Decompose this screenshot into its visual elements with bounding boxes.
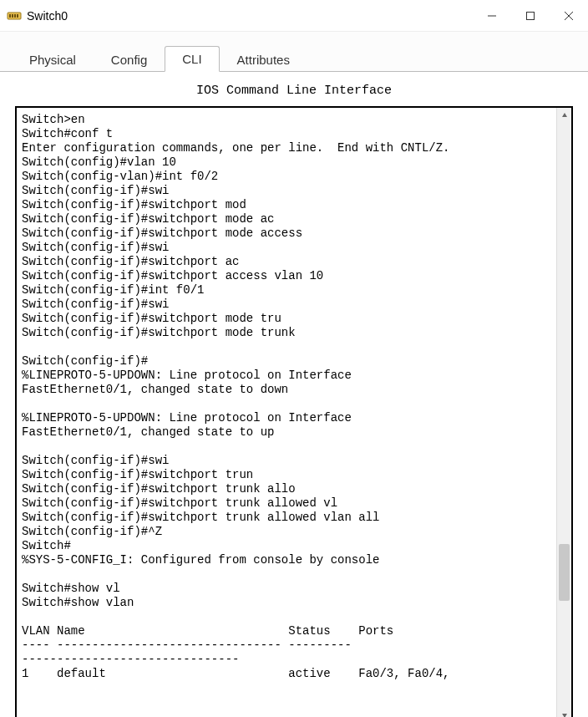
tab-attributes[interactable]: Attributes: [220, 47, 307, 72]
minimize-button[interactable]: [473, 0, 511, 31]
svg-marker-9: [562, 113, 567, 117]
scroll-up-arrow-icon[interactable]: [557, 108, 571, 123]
svg-rect-6: [527, 12, 535, 19]
svg-marker-10: [562, 714, 567, 717]
svg-rect-2: [12, 14, 13, 18]
minimize-icon: [487, 11, 497, 21]
close-button[interactable]: [550, 0, 588, 31]
terminal-container: Switch>en Switch#conf t Enter configurat…: [15, 106, 573, 717]
cli-terminal[interactable]: Switch>en Switch#conf t Enter configurat…: [17, 108, 556, 717]
svg-rect-1: [9, 14, 11, 18]
svg-rect-3: [14, 14, 16, 18]
scrollbar-track[interactable]: [557, 123, 571, 708]
tab-physical[interactable]: Physical: [12, 47, 94, 72]
panel-subtitle: IOS Command Line Interface: [0, 72, 588, 106]
titlebar: Switch0: [0, 0, 588, 32]
switch-device-icon: [7, 8, 22, 23]
tab-config[interactable]: Config: [94, 47, 165, 72]
maximize-icon: [525, 11, 535, 21]
scrollbar-thumb[interactable]: [559, 544, 570, 601]
close-icon: [564, 11, 574, 21]
svg-rect-4: [17, 14, 18, 18]
tab-cli[interactable]: CLI: [165, 46, 219, 72]
maximize-button[interactable]: [511, 0, 550, 31]
window-control-buttons: [473, 0, 588, 31]
scroll-down-arrow-icon[interactable]: [557, 708, 571, 717]
tab-strip: Physical Config CLI Attributes: [0, 32, 588, 72]
vertical-scrollbar[interactable]: [556, 108, 571, 717]
window-title: Switch0: [27, 9, 473, 23]
